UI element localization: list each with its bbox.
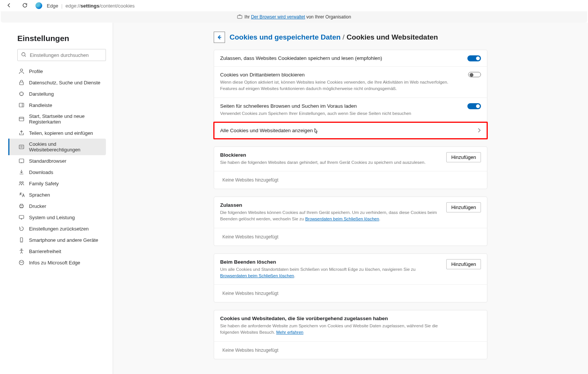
- managed-link[interactable]: Der Browser wird verwaltet: [251, 14, 305, 20]
- sidebar-item-label: Teilen, kopieren und einfügen: [29, 130, 101, 136]
- section-empty: Keine Websites hinzugefügt: [214, 228, 487, 246]
- sidebar-icon: [18, 102, 24, 108]
- section-title: Cookies und Websitedaten, die Sie vorübe…: [220, 316, 439, 321]
- svg-rect-0: [237, 15, 242, 18]
- breadcrumb-back-button[interactable]: [214, 32, 225, 43]
- sidebar-item-about[interactable]: Infos zu Microsoft Edge: [8, 257, 106, 268]
- section-allow: Zulassen Die folgenden Websites können C…: [214, 197, 487, 246]
- sidebar-item-cookies[interactable]: Cookies und Websiteberechtigungen: [8, 139, 106, 155]
- section-temp-allowed: Cookies und Websitedaten, die Sie vorübe…: [214, 310, 487, 359]
- sidebar-item-a11y[interactable]: Barrierefreiheit: [8, 246, 106, 257]
- section-empty: Keine Websites hinzugefügt: [214, 171, 487, 189]
- system-icon: [18, 214, 24, 220]
- row-desc: Verwendet Cookies zum Speichern Ihrer Ei…: [220, 110, 481, 117]
- svg-rect-11: [20, 205, 23, 207]
- appearance-icon: [18, 91, 24, 97]
- printer-icon: [18, 203, 24, 209]
- breadcrumb-link[interactable]: Cookies und gespeicherte Daten: [230, 33, 341, 41]
- home-icon: [18, 116, 24, 122]
- reset-icon: [18, 226, 24, 232]
- sidebar-item-default[interactable]: Standardbrowser: [8, 155, 106, 166]
- sidebar-item-label: Start, Startseite und neue Registerkarte…: [29, 113, 101, 125]
- sidebar-item-label: Einstellungen zurücksetzen: [29, 226, 101, 232]
- profile-icon: [18, 68, 24, 74]
- svg-rect-5: [19, 103, 24, 107]
- separator: |: [61, 3, 62, 9]
- row-title: Zulassen, dass Websites Cookiedaten spei…: [220, 55, 481, 61]
- row-show-all-cookies[interactable]: Alle Cookies und Websitedaten anzeigen: [214, 122, 487, 139]
- sidebar-item-label: Standardbrowser: [29, 158, 101, 164]
- clear-on-close-link[interactable]: Browserdaten beim Schließen löschen: [305, 217, 379, 221]
- add-clear-exit-site-button[interactable]: Hinzufügen: [446, 259, 481, 269]
- learn-more-link[interactable]: Mehr erfahren: [276, 330, 303, 334]
- sidebar-item-label: Family Safety: [29, 181, 101, 186]
- sidebar-item-lock[interactable]: Datenschutz, Suche und Dienste: [8, 77, 106, 88]
- add-allow-site-button[interactable]: Hinzufügen: [446, 202, 481, 212]
- chevron-right-icon: [477, 128, 481, 134]
- sidebar-item-label: Barrierefreiheit: [29, 249, 101, 254]
- breadcrumb: Cookies und gespeicherte Daten / Cookies…: [230, 33, 438, 41]
- default-icon: [18, 158, 24, 164]
- refresh-button[interactable]: [20, 1, 30, 11]
- edge-label: Edge: [47, 3, 58, 9]
- sidebar-item-profile[interactable]: Profile: [8, 66, 106, 77]
- section-title: Zulassen: [220, 202, 439, 208]
- sidebar-item-family[interactable]: Family Safety: [8, 178, 106, 189]
- arrow-left-icon: [6, 2, 12, 8]
- settings-nav: ProfileDatenschutz, Suche und DiensteDar…: [8, 66, 113, 268]
- settings-search-input[interactable]: [17, 49, 106, 61]
- lang-icon: [18, 192, 24, 198]
- sidebar-item-home[interactable]: Start, Startseite und neue Registerkarte…: [8, 111, 106, 127]
- settings-sidebar: Einstellungen ProfileDatenschutz, Suche …: [0, 23, 113, 374]
- sidebar-item-phone[interactable]: Smartphone und andere Geräte: [8, 234, 106, 246]
- row-title: Alle Cookies und Websitedaten anzeigen: [220, 128, 481, 133]
- sidebar-item-sidebar[interactable]: Randleiste: [8, 99, 106, 111]
- section-title: Blockieren: [220, 152, 426, 158]
- a11y-icon: [18, 248, 24, 254]
- breadcrumb-sep: /: [343, 33, 345, 41]
- cookies-settings-card: Zulassen, dass Websites Cookiedaten spei…: [214, 50, 487, 139]
- section-block: Blockieren Sie haben die folgenden Websi…: [214, 147, 487, 189]
- address-bar[interactable]: Edge | edge://settings/content/cookies: [35, 2, 135, 9]
- managed-suffix: von Ihrer Organisation: [305, 14, 351, 20]
- download-icon: [18, 169, 24, 175]
- row-preload-pages: Seiten für schnelleres Browsen und Suche…: [214, 98, 487, 122]
- family-icon: [18, 180, 24, 186]
- arrow-left-icon: [216, 34, 222, 40]
- section-clear-on-exit: Beim Beenden löschen Um alle Cookies und…: [214, 253, 487, 303]
- section-empty: Keine Websites hinzugefügt: [214, 341, 487, 359]
- sidebar-item-share[interactable]: Teilen, kopieren und einfügen: [8, 127, 106, 139]
- about-icon: [18, 260, 24, 266]
- svg-point-10: [22, 182, 23, 183]
- search-icon: [21, 52, 26, 57]
- browser-toolbar: Edge | edge://settings/content/cookies: [0, 0, 588, 11]
- svg-rect-12: [19, 215, 24, 218]
- toggle-preload-pages[interactable]: [467, 103, 481, 109]
- sidebar-item-label: Downloads: [29, 169, 101, 175]
- sidebar-item-reset[interactable]: Einstellungen zurücksetzen: [8, 223, 106, 234]
- sidebar-item-label: Cookies und Websiteberechtigungen: [29, 141, 101, 153]
- sidebar-item-lang[interactable]: Sprachen: [8, 189, 106, 200]
- back-button[interactable]: [4, 1, 14, 11]
- sidebar-item-label: Infos zu Microsoft Edge: [29, 260, 101, 266]
- add-block-site-button[interactable]: Hinzufügen: [446, 152, 481, 162]
- breadcrumb-row: Cookies und gespeicherte Daten / Cookies…: [214, 32, 487, 43]
- sidebar-item-appearance[interactable]: Darstellung: [8, 88, 106, 99]
- clear-on-close-link[interactable]: Browserdaten beim Schließen löschen: [220, 273, 294, 278]
- section-desc: Um alle Cookies und Standortdaten beim S…: [220, 266, 439, 279]
- sidebar-item-download[interactable]: Downloads: [8, 166, 106, 178]
- sidebar-item-printer[interactable]: Drucker: [8, 200, 106, 212]
- section-desc: Sie haben die folgenden Websites daran g…: [220, 159, 426, 166]
- toggle-allow-save-read[interactable]: [467, 55, 481, 61]
- svg-rect-6: [19, 117, 24, 121]
- managed-by-org-notice: Ihr Der Browser wird verwaltet von Ihrer…: [1, 11, 587, 23]
- svg-point-2: [20, 69, 23, 71]
- svg-point-1: [22, 53, 25, 56]
- svg-point-14: [21, 249, 22, 250]
- sidebar-item-label: Datenschutz, Suche und Dienste: [29, 80, 101, 85]
- sidebar-item-label: System und Leistung: [29, 215, 101, 220]
- sidebar-item-system[interactable]: System und Leistung: [8, 212, 106, 223]
- share-icon: [18, 130, 24, 136]
- toggle-block-third-party[interactable]: [468, 72, 481, 77]
- refresh-icon: [22, 2, 28, 8]
